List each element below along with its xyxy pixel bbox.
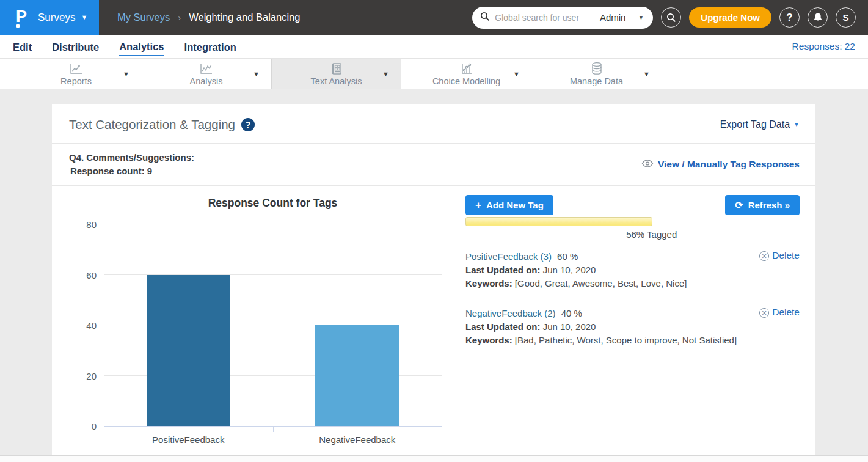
chart-title: Response Count for Tags bbox=[104, 197, 442, 210]
survey-nav: Edit Distribute Analytics Integration Re… bbox=[0, 35, 868, 59]
chevron-down-icon[interactable]: ▼ bbox=[123, 71, 129, 78]
choice-modelling-icon bbox=[459, 62, 474, 75]
analytics-tab-bar: Reports ▼ Analysis ▼ Text Analysis ▼ Cho… bbox=[0, 59, 868, 89]
tag-name-link[interactable]: NegativeFeedback (2) bbox=[465, 308, 556, 318]
view-manually-tag-link[interactable]: View / Manually Tag Responses bbox=[641, 159, 800, 170]
x-axis-tick bbox=[104, 426, 104, 432]
tagged-progress-label: 56% Tagged bbox=[465, 229, 677, 240]
global-search[interactable]: Admin ▼ bbox=[472, 7, 653, 29]
breadcrumb: My Surveys › Weighting and Balancing bbox=[117, 12, 300, 23]
chevron-down-icon[interactable]: ▼ bbox=[513, 71, 520, 78]
questionpro-logo-icon: P bbox=[16, 9, 29, 27]
notifications-bell-button[interactable] bbox=[808, 7, 828, 28]
help-button[interactable]: ? bbox=[779, 7, 800, 28]
bar-positivefeedback[interactable] bbox=[147, 275, 230, 427]
nav-analytics[interactable]: Analytics bbox=[119, 37, 164, 56]
chart-plot-wrap: 020406080 bbox=[104, 224, 442, 427]
product-switcher[interactable]: P Surveys ▼ bbox=[0, 0, 99, 35]
responses-count[interactable]: Responses: 22 bbox=[792, 41, 855, 52]
tab-reports[interactable]: Reports ▼ bbox=[11, 59, 141, 89]
chevron-down-icon[interactable]: ▼ bbox=[253, 71, 260, 78]
nav-integration[interactable]: Integration bbox=[184, 37, 236, 56]
upgrade-now-button[interactable]: Upgrade Now bbox=[689, 7, 771, 28]
tab-choice-modelling[interactable]: Choice Modelling ▼ bbox=[401, 59, 531, 89]
last-updated-label: Last Updated on: bbox=[465, 265, 541, 275]
tab-label: Text Analysis bbox=[311, 76, 362, 86]
x-axis-tick bbox=[273, 426, 274, 432]
nav-distribute[interactable]: Distribute bbox=[52, 37, 99, 56]
question-info: Q4. Comments/Suggestions: Response count… bbox=[69, 151, 194, 178]
y-axis-tick-label: 80 bbox=[86, 219, 97, 230]
tag-list: PositiveFeedback (3) 60 % Last Updated o… bbox=[465, 248, 800, 358]
analysis-chart-icon bbox=[199, 62, 214, 75]
breadcrumb-current-survey: Weighting and Balancing bbox=[189, 12, 300, 23]
search-icon bbox=[480, 12, 490, 24]
reports-chart-icon bbox=[69, 62, 84, 75]
y-axis-tick-label: 60 bbox=[86, 270, 97, 280]
last-updated-value: Jun 10, 2020 bbox=[543, 321, 596, 332]
search-scope-selector[interactable]: Admin bbox=[600, 12, 626, 23]
refresh-button[interactable]: ⟳ Refresh » bbox=[725, 195, 800, 215]
tab-label: Analysis bbox=[190, 76, 223, 86]
tab-analysis[interactable]: Analysis ▼ bbox=[141, 59, 271, 89]
tab-manage-data[interactable]: Manage Data ▼ bbox=[531, 59, 662, 89]
tab-label: Manage Data bbox=[570, 76, 623, 86]
page-title: Text Categorization & Tagging bbox=[69, 117, 235, 132]
question-row: Q4. Comments/Suggestions: Response count… bbox=[52, 144, 815, 186]
chevron-down-icon[interactable]: ▼ bbox=[643, 71, 650, 78]
keywords-value: [Bad, Pathetic, Worst, Scope to improve,… bbox=[515, 335, 737, 345]
tagged-progress-fill bbox=[465, 217, 652, 226]
plus-icon: + bbox=[475, 199, 481, 211]
bar-negativefeedback[interactable] bbox=[315, 325, 399, 426]
database-icon bbox=[590, 62, 604, 75]
tab-label: Reports bbox=[60, 76, 92, 86]
tags-panel-buttons: + Add New Tag ⟳ Refresh » bbox=[465, 195, 800, 215]
x-axis-tick bbox=[442, 426, 442, 432]
circled-x-icon: ✕ bbox=[759, 251, 769, 261]
tag-percent: 40 % bbox=[561, 308, 582, 318]
search-scope-caret-icon[interactable]: ▼ bbox=[632, 15, 649, 21]
user-avatar[interactable]: S bbox=[836, 7, 856, 28]
y-axis-tick-label: 40 bbox=[86, 320, 97, 331]
response-count-label: Response count: 9 bbox=[69, 164, 194, 178]
product-name: Surveys bbox=[38, 12, 75, 24]
footer-strip bbox=[0, 455, 868, 462]
tag-row-negativefeedback: NegativeFeedback (2) 40 % Last Updated o… bbox=[465, 301, 800, 358]
keywords-label: Keywords: bbox=[465, 278, 512, 288]
export-tag-data-dropdown[interactable]: Export Tag Data ▼ bbox=[720, 119, 800, 130]
card-header: Text Categorization & Tagging ? Export T… bbox=[52, 104, 815, 144]
keywords-label: Keywords: bbox=[465, 335, 512, 345]
tab-text-analysis[interactable]: Text Analysis ▼ bbox=[271, 59, 401, 89]
refresh-icon: ⟳ bbox=[735, 199, 743, 211]
last-updated-label: Last Updated on: bbox=[465, 321, 541, 332]
global-search-input[interactable] bbox=[495, 13, 597, 23]
top-header-bar: P Surveys ▼ My Surveys › Weighting and B… bbox=[0, 0, 868, 35]
x-label-positivefeedback: PositiveFeedback bbox=[104, 435, 273, 445]
chevron-down-icon: ▼ bbox=[793, 122, 800, 128]
delete-tag-button[interactable]: ✕ Delete bbox=[759, 307, 800, 347]
text-analysis-card: Text Categorization & Tagging ? Export T… bbox=[52, 104, 815, 455]
circled-x-icon: ✕ bbox=[759, 308, 769, 318]
tagged-progress-bar bbox=[465, 217, 800, 226]
bars bbox=[104, 224, 442, 426]
text-analysis-icon bbox=[330, 62, 343, 75]
y-axis-tick-label: 0 bbox=[92, 421, 97, 431]
chevron-down-icon[interactable]: ▼ bbox=[382, 71, 389, 78]
chart-plot-area: 020406080 bbox=[104, 224, 442, 427]
tag-response-chart: Response Count for Tags 020406080 Positi… bbox=[67, 192, 458, 445]
nav-edit[interactable]: Edit bbox=[13, 37, 32, 56]
chevron-down-icon: ▼ bbox=[81, 14, 87, 21]
eye-icon bbox=[641, 159, 654, 170]
title-help-icon[interactable]: ? bbox=[241, 118, 255, 131]
y-axis-tick-label: 20 bbox=[86, 370, 97, 381]
breadcrumb-separator-icon: › bbox=[178, 12, 181, 23]
breadcrumb-my-surveys[interactable]: My Surveys bbox=[117, 12, 170, 23]
tags-panel: + Add New Tag ⟳ Refresh » 56% Tagged bbox=[465, 192, 800, 445]
add-new-tag-button[interactable]: + Add New Tag bbox=[465, 195, 553, 215]
last-updated-value: Jun 10, 2020 bbox=[543, 265, 596, 275]
search-button[interactable] bbox=[661, 7, 681, 28]
delete-tag-button[interactable]: ✕ Delete bbox=[759, 250, 800, 290]
tag-name-link[interactable]: PositiveFeedback (3) bbox=[465, 251, 552, 262]
tag-percent: 60 % bbox=[557, 251, 578, 262]
topbar-actions: Admin ▼ Upgrade Now ? S bbox=[472, 7, 868, 29]
